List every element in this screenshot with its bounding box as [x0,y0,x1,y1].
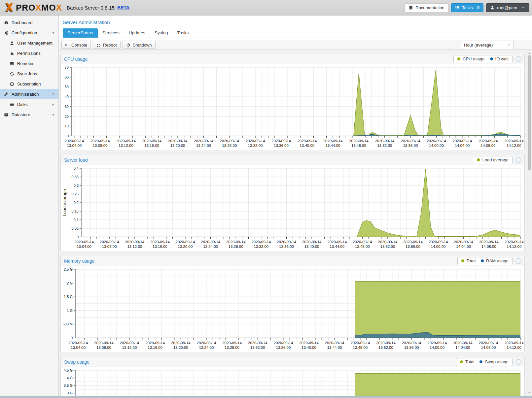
sidebar-item-label: Configuration [12,30,37,35]
vertical-scrollbar[interactable]: ▲ ▼ [527,50,531,395]
svg-text:2020-09-14: 2020-09-14 [251,240,271,244]
svg-text:2020-09-14: 2020-09-14 [74,240,94,244]
svg-text:13:48:00: 13:48:00 [353,346,368,349]
svg-text:2020-09-14: 2020-09-14 [454,240,473,244]
tasks-button[interactable]: Tasks 0 [451,3,483,12]
documentation-button[interactable]: Documentation [405,3,448,12]
time-range-select[interactable]: Hour (average) [461,41,514,49]
svg-text:13:08:00: 13:08:00 [102,245,117,249]
scrollbar-thumb[interactable] [528,55,531,170]
chart-server-load: 00.050.10.150.20.250.30.350.42020-09-141… [61,165,523,251]
svg-text:0.35: 0.35 [72,175,79,179]
legend-item-total[interactable]: Total [460,359,474,364]
sidebar-item-user-management[interactable]: User Management [0,38,58,48]
sidebar-item-disks[interactable]: Disks▸ [0,99,58,110]
chart-legend: Load average [473,156,513,164]
chart-legend: TotalRAM usage [457,257,513,265]
svg-text:2020-09-14: 2020-09-14 [327,240,347,244]
tab-serverstatus[interactable]: ServerStatus [63,28,98,38]
sidebar-item-datastore[interactable]: Datastore▾ [0,110,58,120]
svg-text:2020-09-14: 2020-09-14 [150,240,170,244]
svg-text:70: 70 [65,65,69,69]
legend-dot [481,259,484,262]
unlock-icon [10,51,15,56]
svg-text:2020-09-14: 2020-09-14 [479,139,498,143]
svg-text:13:32:00: 13:32:00 [254,245,268,249]
svg-text:2020-09-14: 2020-09-14 [94,341,114,345]
collapse-panel-button[interactable] [515,258,522,264]
collapse-panel-button[interactable] [515,359,522,365]
svg-text:14:00:00: 14:00:00 [431,245,446,249]
panel-server-load: Server loadLoad average00.050.10.150.20.… [60,155,525,251]
chart-memory-usage: 0500 M1 G1.5 G2 G2.5 G2020-09-1413:04:00… [61,266,523,352]
sidebar-item-configuration[interactable]: Configuration▾ [0,28,58,38]
legend-item-ram-usage[interactable]: RAM usage [481,258,509,263]
svg-text:2020-09-14: 2020-09-14 [504,341,523,345]
proxmox-logo: PROXMOX [4,3,62,13]
support-icon [10,82,15,86]
power-icon [126,43,130,47]
svg-text:0.2: 0.2 [74,201,79,205]
collapse-panel-button[interactable] [515,56,522,62]
svg-text:2020-09-14: 2020-09-14 [220,139,239,143]
shutdown-button[interactable]: Shutdown [123,41,156,49]
legend-item-total[interactable]: Total [461,258,476,263]
svg-text:2020-09-14: 2020-09-14 [125,240,144,244]
console-button[interactable]: >_ Console [61,41,91,49]
svg-text:3 G: 3 G [67,391,73,395]
tab-updates[interactable]: Updates [124,28,150,38]
sidebar-item-label: Subscription [17,82,41,86]
legend-label: CPU usage [463,56,484,61]
sidebar-item-dashboard[interactable]: Dashboard [0,17,58,28]
svg-text:2020-09-14: 2020-09-14 [201,240,220,244]
svg-text:1 G: 1 G [67,309,73,313]
legend-dot [479,360,482,363]
user-menu-button[interactable]: root@pam [486,3,529,12]
legend-item-load-average[interactable]: Load average [477,157,509,162]
panel-body: 00.050.10.150.20.250.30.350.42020-09-141… [61,165,524,251]
svg-text:13:16:00: 13:16:00 [148,346,162,349]
panel-header: Memory usageTotalRAM usage [61,256,524,266]
svg-text:2020-09-14: 2020-09-14 [353,240,372,244]
main-content: Server Administration ServerStatusServic… [59,16,532,396]
collapse-panel-button[interactable] [515,157,522,163]
panel-header: Swap usageTotalSwap usage [61,357,524,367]
tab-services[interactable]: Services [98,28,124,38]
svg-text:2020-09-14: 2020-09-14 [273,341,293,345]
svg-text:13:16:00: 13:16:00 [153,245,167,249]
scroll-up-arrow[interactable]: ▲ [527,51,531,55]
sidebar-item-sync-jobs[interactable]: Sync Jobs [0,69,58,79]
sidebar-item-permissions[interactable]: Permissions [0,48,58,58]
svg-text:2020-09-14: 2020-09-14 [323,139,343,143]
svg-text:13:48:00: 13:48:00 [355,245,370,249]
sidebar-item-remotes[interactable]: Remotes [0,58,58,69]
svg-text:2020-09-14: 2020-09-14 [297,139,317,143]
legend-item-swap-usage[interactable]: Swap usage [479,359,509,364]
reboot-button[interactable]: Reboot [93,41,121,49]
beta-link[interactable]: BETA [117,5,129,10]
panel-cpu-usage: CPU usageCPU usageIO wait010203040506070… [60,54,525,150]
sidebar-item-administration[interactable]: Administration▾ [0,89,58,99]
product-title: Backup Server 0.8-15 [67,5,115,11]
svg-text:2020-09-14: 2020-09-14 [248,341,267,345]
svg-text:60: 60 [65,75,69,79]
legend-item-io-wait[interactable]: IO wait [490,56,509,61]
tab-syslog[interactable]: Syslog [150,28,173,38]
svg-text:13:32:00: 13:32:00 [248,144,263,148]
sidebar-item-subscription[interactable]: Subscription [0,79,58,89]
sync-icon [10,72,15,76]
legend-dot [490,57,493,60]
panel-body: 0500 M1 G1.5 G2 G2.5 G3 G3.5 G4 G4.5 G20… [61,367,524,396]
svg-text:13:12:00: 13:12:00 [119,144,133,148]
svg-text:2020-09-14: 2020-09-14 [401,139,420,143]
remotes-icon [10,61,15,66]
scroll-down-arrow[interactable]: ▼ [527,390,531,395]
svg-text:2020-09-14: 2020-09-14 [452,139,472,143]
tab-tasks[interactable]: Tasks [173,28,194,38]
svg-text:13:24:00: 13:24:00 [196,144,211,148]
svg-text:1.5 G: 1.5 G [64,295,73,299]
svg-text:2020-09-14: 2020-09-14 [504,240,523,244]
legend-item-cpu-usage[interactable]: CPU usage [457,56,484,61]
book-icon [408,5,413,10]
sidebar-item-label: Datastore [12,112,30,117]
